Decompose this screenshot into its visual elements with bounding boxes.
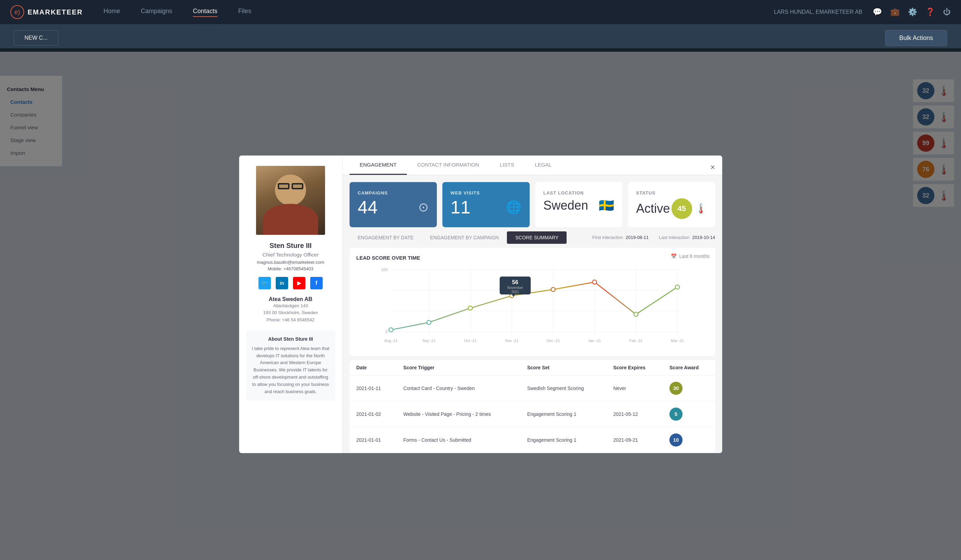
- svg-text:Oct -21: Oct -21: [464, 339, 476, 343]
- company-name: Atea Sweden AB: [246, 296, 336, 302]
- contact-email: magnus.baudin@emarketeer.com: [246, 260, 336, 265]
- brand-name: EMARKETEER: [27, 8, 83, 16]
- logo-icon: e): [10, 5, 24, 19]
- row2-expires: 2021-05-12: [606, 401, 662, 427]
- nav-icons: 💬 💼 ⚙️ ❓ ⏻: [873, 8, 951, 16]
- row3-date: 2021-01-01: [350, 427, 397, 453]
- linkedin-icon[interactable]: in: [276, 277, 288, 289]
- col-score-set: Score Set: [521, 360, 606, 375]
- modal-close-button[interactable]: ×: [710, 162, 715, 172]
- contact-photo: [256, 166, 325, 235]
- nav-campaigns[interactable]: Campaigns: [141, 8, 172, 17]
- power-icon[interactable]: ⏻: [943, 8, 951, 16]
- location-stat-card: LAST LOCATION Sweden 🇸🇪: [535, 182, 622, 227]
- svg-point-21: [389, 327, 393, 332]
- sub-tab-by-date[interactable]: ENGAGEMENT BY DATE: [350, 231, 422, 244]
- bulk-actions-button[interactable]: Bulk Actions: [885, 30, 947, 46]
- nav-files[interactable]: Files: [238, 8, 251, 17]
- about-block: About Sten Sture III I take pride to rep…: [246, 331, 336, 401]
- lead-score-chart: 100 0 Aug -21 Sep -21: [357, 266, 709, 349]
- about-text: I take pride to represent Atea team that…: [252, 345, 330, 396]
- campaigns-label: CAMPAIGNS: [358, 190, 429, 196]
- row1-trigger: Contact Card - Country - Sweden: [397, 375, 521, 401]
- top-bar: NEW C... Bulk Actions: [0, 24, 961, 52]
- score-data-table: Date Score Trigger Score Set Score Expir…: [350, 360, 715, 453]
- svg-text:Dec -21: Dec -21: [546, 339, 560, 343]
- about-title: About Sten Sture III: [252, 336, 330, 342]
- modal-overlay: ×: [0, 48, 961, 560]
- tab-lists[interactable]: LISTS: [489, 156, 524, 175]
- svg-text:0: 0: [385, 330, 387, 334]
- first-interaction-date: 2019-08-11: [625, 235, 649, 240]
- twitter-icon[interactable]: 🐦: [259, 277, 271, 289]
- table-row: 2021-01-01 Forms - Contact Us - Submitte…: [350, 427, 715, 453]
- row2-score-set: Engagement Scoring 1: [521, 401, 606, 427]
- nav-home[interactable]: Home: [103, 8, 120, 17]
- gear-icon[interactable]: ⚙️: [908, 8, 917, 16]
- chart-date-filter-label: Last 6 months: [680, 254, 710, 259]
- svg-point-28: [675, 285, 680, 289]
- new-contact-button[interactable]: NEW C...: [14, 30, 58, 45]
- last-interaction: Last interaction 2019-10-14: [659, 235, 715, 240]
- nav-links: Home Campaigns Contacts Files: [103, 8, 774, 17]
- campaigns-stat-card: CAMPAIGNS 44 ⊙: [350, 182, 437, 227]
- logo[interactable]: e) EMARKETEER: [10, 5, 83, 19]
- help-icon[interactable]: ❓: [926, 8, 935, 16]
- contact-photo-img: [256, 166, 325, 235]
- col-award: Score Award: [662, 360, 715, 375]
- svg-point-25: [551, 287, 555, 291]
- navigation: e) EMARKETEER Home Campaigns Contacts Fi…: [0, 0, 961, 24]
- campaigns-value-row: 44 ⊙: [358, 198, 429, 216]
- calendar-icon: 📅: [671, 254, 677, 259]
- web-visits-stat-card: WEB VISITS 11 🌐: [442, 182, 530, 227]
- table-header-row: Date Score Trigger Score Set Score Expir…: [350, 360, 715, 375]
- web-visits-label: WEB VISITS: [451, 190, 521, 196]
- row1-expires: Never: [606, 375, 662, 401]
- tab-legal[interactable]: LEGAL: [524, 156, 562, 175]
- main-background: NEW C... Bulk Actions Contacts Menu Cont…: [0, 24, 961, 560]
- svg-text:Aug -21: Aug -21: [384, 339, 397, 343]
- svg-text:Feb -21: Feb -21: [629, 339, 643, 343]
- chart-date-filter[interactable]: 📅 Last 6 months: [671, 254, 710, 259]
- web-visits-value-row: 11 🌐: [451, 198, 521, 216]
- row2-award-badge: 5: [669, 408, 683, 421]
- last-interaction-date: 2019-10-14: [692, 235, 715, 240]
- svg-point-23: [468, 306, 472, 310]
- contact-right-panel: ENGAGEMENT CONTACT INFORMATION LISTS LEG…: [343, 156, 722, 453]
- row3-trigger: Forms - Contact Us - Submitted: [397, 427, 521, 453]
- col-expires: Score Expires: [606, 360, 662, 375]
- sub-tab-score-summary[interactable]: SCORE SUMMARY: [507, 231, 567, 244]
- svg-text:56: 56: [512, 279, 518, 285]
- briefcase-icon[interactable]: 💼: [890, 8, 900, 16]
- sub-tab-by-campaign[interactable]: ENGAGEMENT BY CAMPAIGN: [422, 231, 507, 244]
- svg-text:Sep -21: Sep -21: [422, 339, 436, 343]
- table-row: 2021-01-11 Contact Card - Country - Swed…: [350, 375, 715, 401]
- contact-title: Chief Technology Officer: [246, 252, 336, 258]
- row2-award: 5: [662, 401, 715, 427]
- row3-score-set: Engagement Scoring 1: [521, 427, 606, 453]
- chat-icon[interactable]: 💬: [873, 8, 882, 16]
- chart-title: LEAD SCORE OVER TIME: [357, 255, 709, 261]
- contact-name: Sten Sture III: [246, 242, 336, 250]
- chart-svg-wrapper: 100 0 Aug -21 Sep -21: [357, 266, 709, 349]
- youtube-icon[interactable]: ▶: [293, 277, 305, 289]
- svg-text:November: November: [507, 286, 523, 290]
- company-block: Atea Sweden AB Atlantavägen 143 193 00 S…: [246, 296, 336, 324]
- tab-bar: ENGAGEMENT CONTACT INFORMATION LISTS LEG…: [343, 156, 722, 175]
- svg-text:Jan -21: Jan -21: [588, 339, 601, 343]
- row1-date: 2021-01-11: [350, 375, 397, 401]
- chart-area: LEAD SCORE OVER TIME 📅 Last 6 months: [350, 248, 715, 356]
- status-value-row: Active 45 🌡️: [636, 198, 707, 219]
- status-value: Active: [636, 201, 670, 216]
- svg-text:Nov -21: Nov -21: [505, 339, 518, 343]
- contact-mobile: Mobile: +46708545403: [246, 266, 336, 271]
- nav-contacts[interactable]: Contacts: [193, 8, 217, 17]
- tab-contact-info[interactable]: CONTACT INFORMATION: [407, 156, 489, 175]
- row1-score-set: Swedish Segment Scoring: [521, 375, 606, 401]
- tab-engagement[interactable]: ENGAGEMENT: [350, 156, 407, 175]
- facebook-icon[interactable]: f: [310, 277, 323, 289]
- web-visits-value: 11: [451, 198, 471, 216]
- contact-left-panel: Sten Sture III Chief Technology Officer …: [239, 156, 343, 453]
- row3-expires: 2021-09-21: [606, 427, 662, 453]
- svg-point-27: [634, 312, 638, 316]
